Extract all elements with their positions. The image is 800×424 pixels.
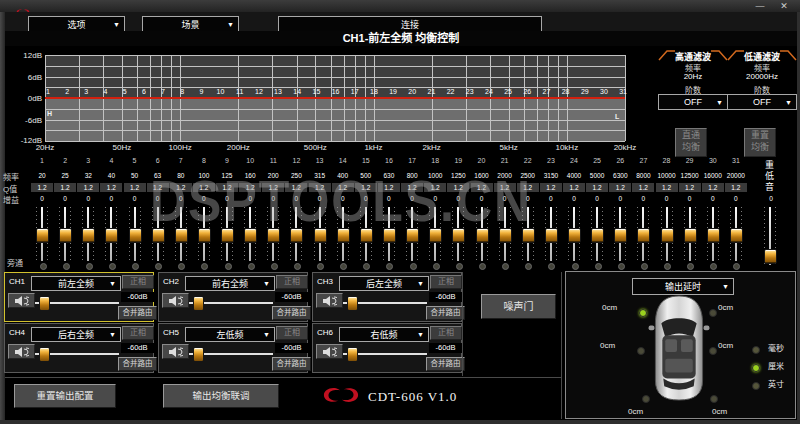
eq-band-gain[interactable]: 0 xyxy=(100,194,122,203)
eq-band-knob[interactable] xyxy=(614,228,627,243)
eq-band-knob[interactable] xyxy=(59,228,72,243)
eq-band-knob[interactable] xyxy=(452,228,465,243)
channel-phase-button[interactable]: 正相 xyxy=(430,275,462,289)
channel-route-button[interactable]: 合并路由 xyxy=(426,357,465,371)
eq-band-slider[interactable] xyxy=(633,205,653,263)
eq-band-freq[interactable]: 125 xyxy=(216,171,238,180)
eq-band-freq[interactable]: 2000 xyxy=(494,171,516,180)
eq-band-gain[interactable]: 0 xyxy=(632,194,654,203)
eq-band-gain[interactable]: 0 xyxy=(54,194,76,203)
eq-band-gain[interactable]: 0 xyxy=(332,194,354,203)
delay-point-indicator[interactable] xyxy=(709,309,717,317)
subwoofer-knob[interactable] xyxy=(764,249,777,264)
eq-band-gain[interactable]: 0 xyxy=(563,194,585,203)
eq-band-bypass-dot[interactable] xyxy=(63,263,70,270)
eq-band-q[interactable]: 1.2 xyxy=(679,183,701,192)
unit-radio-2[interactable] xyxy=(752,364,760,372)
eq-band-slider[interactable] xyxy=(194,205,214,263)
channel-strip-ch4[interactable]: CH4后右全频正相-60dB合并路由 xyxy=(4,323,154,373)
eq-band-freq[interactable]: 6300 xyxy=(609,171,631,180)
channel-strip-ch1[interactable]: CH1前左全频正相-60dB合并路由 xyxy=(4,272,154,322)
eq-band-q[interactable]: 1.2 xyxy=(401,183,423,192)
eq-band-gain[interactable]: 0 xyxy=(309,194,331,203)
eq-band-q[interactable]: 1.2 xyxy=(540,183,562,192)
eq-band-q[interactable]: 1.2 xyxy=(193,183,215,192)
reset-output-config-button[interactable]: 重置输出配置 xyxy=(14,384,116,408)
channel-phase-button[interactable]: 正相 xyxy=(122,326,154,340)
eq-band-gain[interactable]: 0 xyxy=(609,194,631,203)
eq-band-knob[interactable] xyxy=(82,228,95,243)
channel-mute-button[interactable] xyxy=(8,293,35,308)
channel-volume-knob[interactable] xyxy=(193,296,204,311)
eq-band-gain[interactable]: 0 xyxy=(355,194,377,203)
eq-band-bypass-dot[interactable] xyxy=(132,263,139,270)
eq-band-q[interactable]: 1.2 xyxy=(586,183,608,192)
eq-band-bypass-dot[interactable] xyxy=(248,263,255,270)
eq-band-q[interactable]: 1.2 xyxy=(216,183,238,192)
minimize-button[interactable]: — xyxy=(750,1,770,11)
eq-band-slider[interactable] xyxy=(472,205,492,263)
eq-band-gain[interactable]: 0 xyxy=(725,194,747,203)
eq-band-slider[interactable] xyxy=(448,205,468,263)
options-dropdown[interactable]: 选项 xyxy=(28,16,125,32)
channel-volume-knob[interactable] xyxy=(347,347,358,362)
eq-band-q[interactable]: 1.2 xyxy=(563,183,585,192)
eq-band-knob[interactable] xyxy=(568,228,581,243)
eq-band-slider[interactable] xyxy=(587,205,607,263)
eq-band-bypass-dot[interactable] xyxy=(386,263,393,270)
eq-band-knob[interactable] xyxy=(661,228,674,243)
eq-band-freq[interactable]: 8000 xyxy=(632,171,654,180)
eq-band-freq[interactable]: 5000 xyxy=(586,171,608,180)
subwoofer-value[interactable]: 0 xyxy=(758,194,784,203)
eq-band-freq[interactable]: 50 xyxy=(124,171,146,180)
eq-band-gain[interactable]: 0 xyxy=(702,194,724,203)
eq-band-bypass-dot[interactable] xyxy=(271,263,278,270)
eq-band-bypass-dot[interactable] xyxy=(479,263,486,270)
eq-band-bypass-dot[interactable] xyxy=(687,263,694,270)
delay-point-indicator[interactable] xyxy=(642,395,650,403)
eq-band-freq[interactable]: 63 xyxy=(147,171,169,180)
hpf-freq-value[interactable]: 20Hz xyxy=(658,72,728,82)
eq-band-knob[interactable] xyxy=(429,228,442,243)
eq-band-freq[interactable]: 3150 xyxy=(540,171,562,180)
eq-band-gain[interactable]: 0 xyxy=(285,194,307,203)
channel-mute-button[interactable] xyxy=(316,293,343,308)
eq-band-freq[interactable]: 25 xyxy=(54,171,76,180)
eq-band-slider[interactable] xyxy=(148,205,168,263)
eq-band-q[interactable]: 1.2 xyxy=(702,183,724,192)
eq-band-bypass-dot[interactable] xyxy=(155,263,162,270)
eq-band-slider[interactable] xyxy=(32,205,52,263)
channel-phase-button[interactable]: 正相 xyxy=(122,275,154,289)
eq-band-bypass-dot[interactable] xyxy=(664,263,671,270)
channel-route-button[interactable]: 合并路由 xyxy=(426,306,465,320)
channel-mode-dropdown[interactable]: 后左全频 xyxy=(339,276,429,291)
eq-band-slider[interactable] xyxy=(541,205,561,263)
eq-band-bypass-dot[interactable] xyxy=(109,263,116,270)
eq-band-freq[interactable]: 250 xyxy=(285,171,307,180)
channel-strip-ch2[interactable]: CH2前右全频正相-60dB合并路由 xyxy=(158,272,308,322)
lpf-freq-value[interactable]: 20000Hz xyxy=(727,72,797,82)
channel-volume-knob[interactable] xyxy=(39,347,50,362)
eq-band-slider[interactable] xyxy=(356,205,376,263)
channel-route-button[interactable]: 合并路由 xyxy=(272,306,311,320)
eq-band-freq[interactable]: 1600 xyxy=(471,171,493,180)
eq-band-gain[interactable]: 0 xyxy=(147,194,169,203)
eq-band-freq[interactable]: 10000 xyxy=(656,171,678,180)
channel-strip-ch3[interactable]: CH3后左全频正相-60dB合并路由 xyxy=(312,272,462,322)
eq-band-bypass-dot[interactable] xyxy=(502,263,509,270)
unit-radio-1[interactable] xyxy=(752,346,760,354)
eq-band-knob[interactable] xyxy=(406,228,419,243)
eq-band-knob[interactable] xyxy=(707,228,720,243)
eq-band-q[interactable]: 1.2 xyxy=(124,183,146,192)
lpf-handle[interactable]: L xyxy=(615,113,619,120)
eq-band-gain[interactable]: 0 xyxy=(262,194,284,203)
delay-point-indicator[interactable] xyxy=(709,347,717,355)
channel-mute-button[interactable] xyxy=(8,344,35,359)
eq-band-bypass-dot[interactable] xyxy=(201,263,208,270)
eq-band-gain[interactable]: 0 xyxy=(170,194,192,203)
eq-band-freq[interactable]: 32 xyxy=(77,171,99,180)
eq-band-slider[interactable] xyxy=(217,205,237,263)
channel-route-button[interactable]: 合并路由 xyxy=(118,357,157,371)
eq-band-slider[interactable] xyxy=(379,205,399,263)
eq-band-q[interactable]: 1.2 xyxy=(609,183,631,192)
